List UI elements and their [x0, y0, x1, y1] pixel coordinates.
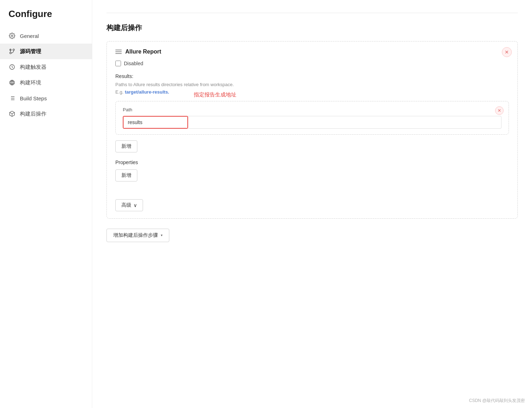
sidebar-item-label: 构建后操作: [20, 111, 46, 117]
path-subcard: Path 指定报告生成地址 ✕: [115, 101, 509, 135]
sidebar-item-label: 源码管理: [20, 48, 41, 55]
sidebar-item-label: 构建触发器: [20, 64, 46, 71]
list-icon: [9, 95, 16, 102]
sidebar-item-label: General: [20, 33, 39, 39]
path-input-highlighted[interactable]: [124, 117, 187, 128]
add-results-button[interactable]: 新增: [115, 140, 137, 152]
sidebar: Configure General 源码: [0, 0, 92, 408]
advanced-section: 高级 ∨: [115, 196, 509, 211]
fork-icon: [9, 48, 16, 55]
close-card-button[interactable]: ✕: [502, 47, 512, 57]
properties-title: Properties: [115, 160, 509, 165]
path-input-highlighted-wrapper: [123, 116, 188, 129]
page-title: 构建后操作: [106, 23, 518, 33]
path-label: Path: [123, 107, 501, 112]
sidebar-item-label: Build Steps: [20, 95, 47, 101]
close-path-button[interactable]: ✕: [495, 106, 504, 115]
sidebar-item-post-build[interactable]: 构建后操作: [0, 106, 92, 122]
footer-actions: 增加构建后操作步骤 ▾: [106, 226, 518, 242]
sidebar-title: Configure: [0, 9, 92, 28]
path-input-rest[interactable]: [188, 116, 501, 129]
drag-handle-icon[interactable]: [115, 50, 122, 54]
box-icon: [9, 110, 16, 117]
svg-point-3: [10, 52, 11, 54]
sidebar-item-source-management[interactable]: 源码管理: [0, 44, 92, 59]
path-input-row: [123, 116, 501, 129]
watermark: CSDN @敲代码敲到头发茂密: [469, 398, 525, 404]
sidebar-item-label: 构建环境: [20, 79, 41, 86]
advanced-label: 高级: [121, 202, 131, 208]
top-divider: [106, 13, 518, 13]
sidebar-item-build-trigger[interactable]: 构建触发器: [0, 59, 92, 75]
clock-icon: [9, 63, 16, 71]
chevron-down-icon: ∨: [133, 202, 137, 208]
disabled-checkbox[interactable]: [115, 61, 121, 66]
annotation-text: 指定报告生成地址: [194, 91, 236, 98]
sidebar-item-build-steps[interactable]: Build Steps: [0, 90, 92, 106]
disabled-label: Disabled: [124, 61, 143, 66]
results-label: Results:: [115, 73, 509, 79]
results-hint-bold: target/allure-results.: [125, 89, 169, 95]
gear-icon: [9, 32, 16, 39]
svg-point-0: [11, 35, 13, 37]
results-hint-line1: Paths to Allure results directories rela…: [115, 82, 234, 87]
card-header: Allure Report: [115, 49, 509, 55]
svg-point-6: [10, 80, 15, 85]
add-post-build-step-button[interactable]: 增加构建后操作步骤 ▾: [106, 229, 169, 242]
sidebar-item-build-env[interactable]: 构建环境: [0, 75, 92, 90]
card-title: Allure Report: [125, 49, 161, 55]
results-hint: Paths to Allure results directories rela…: [115, 81, 509, 96]
sidebar-item-general[interactable]: General: [0, 28, 92, 44]
svg-point-2: [13, 49, 15, 51]
results-hint-prefix: E.g.: [115, 89, 125, 95]
disabled-checkbox-row: Disabled: [115, 61, 509, 66]
add-properties-button[interactable]: 新增: [115, 169, 137, 181]
footer-btn-label: 增加构建后操作步骤: [113, 232, 158, 239]
allure-report-card: Allure Report ✕ Disabled Results: Paths …: [106, 41, 518, 219]
main-content: 构建后操作 Allure Report ✕ Disabled Results:: [92, 0, 532, 408]
globe-icon: [9, 79, 16, 86]
chevron-down-icon: ▾: [161, 233, 163, 237]
advanced-button[interactable]: 高级 ∨: [115, 199, 143, 211]
app-layout: Configure General 源码: [0, 0, 532, 408]
